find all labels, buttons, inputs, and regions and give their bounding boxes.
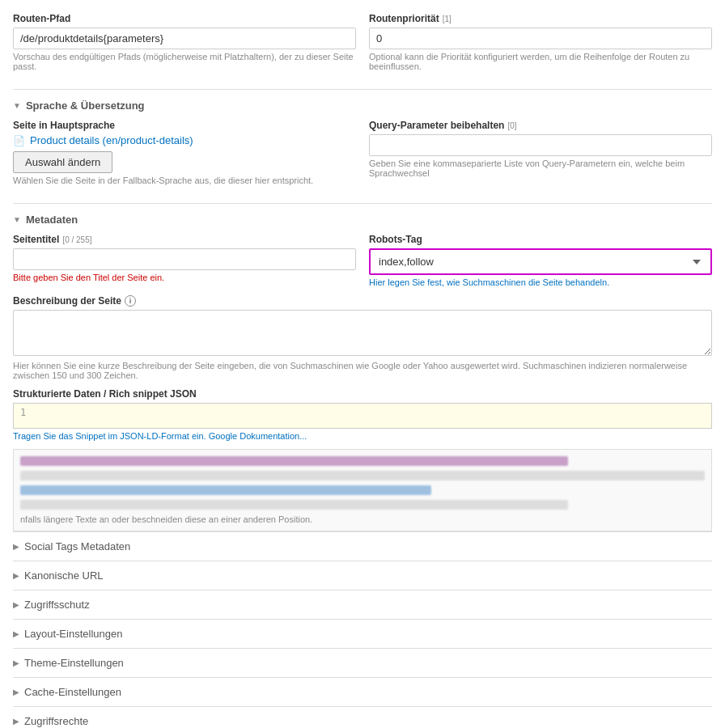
route-priority-input[interactable]	[369, 28, 712, 49]
canonical-url-header[interactable]: ▶ Kanonische URL	[13, 569, 712, 582]
cache-settings-header[interactable]: ▶ Cache-Einstellungen	[13, 686, 712, 698]
page-title-label: Seitentitel [0 / 255]	[13, 234, 356, 245]
change-lang-button[interactable]: Auswahl ändern	[13, 151, 112, 173]
social-tags-label: Social Tags Metadaten	[24, 540, 130, 552]
language-section-header[interactable]: ▼ Sprache & Übersetzung	[13, 99, 712, 112]
blurred-line-2	[20, 471, 705, 480]
route-priority-hint: Optional kann die Priorität konfiguriert…	[369, 52, 712, 71]
main-lang-group: Seite in Hauptsprache 📄 Product details …	[13, 120, 356, 185]
social-tags-header[interactable]: ▶ Social Tags Metadaten	[13, 540, 712, 552]
main-lang-hint: Wählen Sie die Seite in der Fallback-Spr…	[13, 176, 356, 185]
description-info-icon[interactable]: i	[125, 295, 136, 307]
blurred-content-area: nfalls längere Texte an oder beschneiden…	[13, 449, 712, 531]
access-protection-header[interactable]: ▶ Zugriffsschutz	[13, 599, 712, 611]
page-container: Routen-Pfad Vorschau des endgültigen Pfa…	[0, 0, 725, 728]
access-rights-tri-icon: ▶	[13, 717, 19, 726]
robots-tag-hint: Hier legen Sie fest, wie Suchmaschinen d…	[369, 277, 712, 287]
robots-tag-wrapper: index,follow noindex,nofollow index,nofo…	[369, 248, 712, 275]
description-label: Beschreibung der Seite i	[13, 295, 712, 307]
query-param-label: Query-Parameter beibehalten [0]	[369, 120, 712, 131]
robots-tag-group: Robots-Tag index,follow noindex,nofollow…	[369, 234, 712, 287]
cache-settings-tri-icon: ▶	[13, 688, 19, 696]
canonical-url-label: Kanonische URL	[24, 569, 104, 582]
metadata-section-header[interactable]: ▼ Metadaten	[13, 214, 712, 226]
metadata-section-label: Metadaten	[26, 214, 78, 226]
page-title-input[interactable]	[13, 248, 356, 270]
main-lang-label: Seite in Hauptsprache	[13, 120, 356, 131]
access-protection-label: Zugriffsschutz	[24, 599, 90, 611]
access-rights-label: Zugriffsrechte	[24, 715, 88, 727]
route-path-hint: Vorschau des endgültigen Pfads (mögliche…	[13, 52, 356, 71]
blurred-line-1	[20, 456, 568, 466]
route-section: Routen-Pfad Vorschau des endgültigen Pfa…	[13, 13, 712, 79]
route-priority-label: Routenpriorität [1]	[369, 13, 712, 24]
route-path-input[interactable]	[13, 28, 356, 49]
collapsibles-container: ▶ Social Tags Metadaten ▶ Kanonische URL…	[13, 531, 712, 728]
description-group: Beschreibung der Seite i Hier können Sie…	[13, 295, 712, 380]
social-tags-section: ▶ Social Tags Metadaten	[13, 531, 712, 561]
layout-settings-tri-icon: ▶	[13, 629, 19, 638]
robots-tag-select[interactable]: index,follow noindex,nofollow index,nofo…	[374, 253, 707, 270]
access-protection-section: ▶ Zugriffsschutz	[13, 590, 712, 619]
social-tags-tri-icon: ▶	[13, 542, 19, 551]
theme-settings-header[interactable]: ▶ Theme-Einstellungen	[13, 657, 712, 669]
snippet-hint: Tragen Sie das Snippet im JSON-LD-Format…	[13, 431, 712, 441]
page-icon: 📄	[13, 135, 25, 146]
query-param-hint: Geben Sie eine kommaseparierte Liste von…	[369, 159, 712, 178]
description-hint: Hier können Sie eine kurze Beschreibung …	[13, 361, 712, 380]
robots-tag-label: Robots-Tag	[369, 234, 712, 245]
blurred-line-3	[20, 485, 431, 495]
snippet-line-num: 1	[20, 407, 33, 418]
layout-settings-section: ▶ Layout-Einstellungen	[13, 619, 712, 648]
layout-settings-label: Layout-Einstellungen	[24, 628, 122, 640]
theme-settings-section: ▶ Theme-Einstellungen	[13, 648, 712, 677]
snippet-editor[interactable]: 1	[13, 403, 712, 429]
snippet-group: Strukturierte Daten / Rich snippet JSON …	[13, 388, 712, 441]
page-title-group: Seitentitel [0 / 255] Bitte geben Sie de…	[13, 234, 356, 287]
blurred-hint: nfalls längere Texte an oder beschneiden…	[20, 514, 705, 524]
query-param-group: Query-Parameter beibehalten [0] Geben Si…	[369, 120, 712, 185]
access-protection-tri-icon: ▶	[13, 600, 19, 609]
cache-settings-section: ▶ Cache-Einstellungen	[13, 677, 712, 706]
access-rights-header[interactable]: ▶ Zugriffsrechte	[13, 715, 712, 727]
language-section: Seite in Hauptsprache 📄 Product details …	[13, 120, 712, 193]
canonical-url-tri-icon: ▶	[13, 571, 19, 580]
access-rights-section: ▶ Zugriffsrechte	[13, 706, 712, 728]
route-path-label: Routen-Pfad	[13, 13, 356, 24]
route-priority-group: Routenpriorität [1] Optional kann die Pr…	[369, 13, 712, 71]
blurred-line-4	[20, 500, 568, 510]
page-title-hint: Bitte geben Sie den Titel der Seite ein.	[13, 273, 356, 282]
divider-1	[13, 89, 712, 90]
theme-settings-tri-icon: ▶	[13, 658, 19, 667]
main-lang-value: Product details (en/product-details)	[30, 134, 193, 146]
layout-settings-header[interactable]: ▶ Layout-Einstellungen	[13, 628, 712, 640]
metadata-top-row: Seitentitel [0 / 255] Bitte geben Sie de…	[13, 234, 712, 295]
language-section-label: Sprache & Übersetzung	[26, 99, 145, 112]
main-lang-value-row: 📄 Product details (en/product-details)	[13, 134, 356, 146]
snippet-label: Strukturierte Daten / Rich snippet JSON	[13, 388, 712, 400]
route-path-group: Routen-Pfad Vorschau des endgültigen Pfa…	[13, 13, 356, 71]
query-param-input[interactable]	[369, 134, 712, 156]
canonical-url-section: ▶ Kanonische URL	[13, 561, 712, 590]
description-textarea[interactable]	[13, 310, 712, 356]
theme-settings-label: Theme-Einstellungen	[24, 657, 124, 669]
language-triangle-icon: ▼	[13, 101, 21, 110]
divider-2	[13, 203, 712, 204]
cache-settings-label: Cache-Einstellungen	[24, 686, 121, 698]
metadata-triangle-icon: ▼	[13, 215, 21, 224]
